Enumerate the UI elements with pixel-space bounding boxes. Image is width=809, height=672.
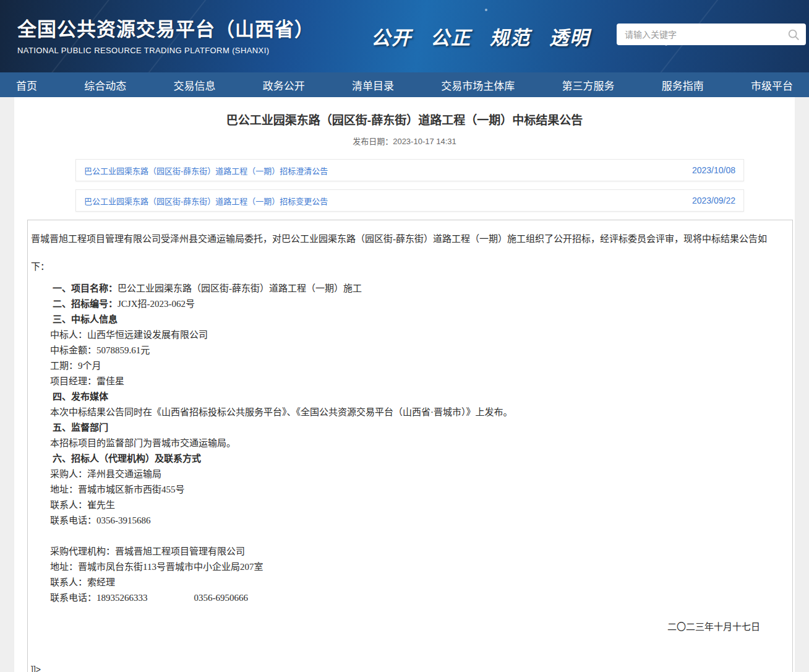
content-line-text: 采购代理机构：晋城晋旭工程项目管理有限公司 [50,546,245,556]
content-line-text: 联系电话：0356-3915686 [50,515,151,525]
content-line: 采购代理机构：晋城晋旭工程项目管理有限公司 [28,544,789,559]
content-line-text: 联系电话：18935266333 0356-6950666 [50,593,248,603]
section-heading: 六、招标人（代理机构）及联系方式 [28,451,789,467]
content-line: 项目经理：雷佳星 [28,374,789,389]
announcement-row[interactable]: 巴公工业园渠东路（园区街-薛东街）道路工程（一期）招标澄清公告2023/10/0… [75,159,744,181]
search-box[interactable] [617,24,806,45]
nav-item-4[interactable]: 清单目录 [352,77,394,93]
content-line-label: 五、监督部门 [53,423,108,433]
content-line-text: 项目经理：雷佳星 [50,376,124,386]
section-heading: 三、中标人信息 [28,312,789,327]
site-title: 全国公共资源交易平台（山西省） [17,14,314,41]
content-line-text: 采购人：泽州县交通运输局 [50,469,161,479]
announcement-link[interactable]: 巴公工业园渠东路（园区街-薛东街）道路工程（一期）招标变更公告 [84,195,328,207]
content-line: 联系电话：0356-3915686 [28,513,789,528]
publish-date: 发布日期：2023-10-17 14:31 [14,135,795,147]
content-line-text: 本次中标结果公告同时在《山西省招标投标公共服务平台》、《全国公共资源交易平台（山… [50,407,513,417]
section-heading: 四、发布媒体 [28,389,789,405]
nav-item-7[interactable]: 服务指南 [662,77,704,93]
content-line: 地址：晋城市凤台东街113号晋城市中小企业局207室 [28,559,789,575]
slogan-word: 公正 [430,22,471,50]
content-line-label: 六、招标人（代理机构）及联系方式 [53,454,201,463]
announcement-date: 2023/09/22 [692,196,735,205]
cdata-trailing-marker: ]]> [28,663,789,672]
section-heading: 二、招标编号：JCJX招-2023-062号 [28,296,789,312]
content-line-text: 地址：晋城市城区新市西街455号 [50,485,185,494]
announcement-row[interactable]: 巴公工业园渠东路（园区街-薛东街）道路工程（一期）招标变更公告2023/09/2… [75,189,744,212]
intro-paragraph: 晋城晋旭工程项目管理有限公司受泽州县交通运输局委托，对巴公工业园渠东路（园区街-… [28,225,789,281]
content-line: 工期：9个月 [28,358,789,374]
content-line: 联系电话：18935266333 0356-6950666 [28,590,789,606]
content-line-label: 一、项目名称： [53,283,118,293]
announcement-body: 晋城晋旭工程项目管理有限公司受泽州县交通运输局委托，对巴公工业园渠东路（园区街-… [27,220,793,672]
content-line-text: 中标金额：5078859.61元 [50,345,150,355]
content-line: 联系人：崔先生 [28,498,789,513]
section-heading: 五、监督部门 [28,420,789,436]
content-line-label: 三、中标人信息 [53,314,118,324]
content-line-text: 联系人：索经理 [50,577,115,587]
slogan-word: 公开 [371,22,412,50]
content-line-text: JCJX招-2023-062号 [118,299,195,309]
announcement-list: 巴公工业园渠东路（园区街-薛东街）道路工程（一期）招标澄清公告2023/10/0… [75,159,744,212]
slogan-word: 规范 [490,22,531,50]
nav-item-1[interactable]: 综合动态 [84,77,126,93]
nav-item-2[interactable]: 交易信息 [174,77,216,93]
main-nav: 首页综合动态交易信息政务公开清单目录交易市场主体库第三方服务服务指南市级平台 [0,72,809,97]
nav-item-6[interactable]: 第三方服务 [562,77,615,93]
content-lines: 一、项目名称：巴公工业园渠东路（园区街-薛东街）道路工程（一期）施工二、招标编号… [28,281,789,606]
header-decor-dot [485,9,487,11]
content-line-text: 联系人：崔先生 [50,500,115,510]
site-subtitle: NATIONAL PUBLIC RESOURCE TRADING PLATFOR… [17,46,314,55]
content-line [28,528,789,544]
header-slogan: 公开公正规范透明 [371,22,590,50]
content-line: 本次中标结果公告同时在《山西省招标投标公共服务平台》、《全国公共资源交易平台（山… [28,405,789,420]
nav-item-5[interactable]: 交易市场主体库 [441,77,515,93]
nav-item-0[interactable]: 首页 [16,77,37,93]
site-header: 全国公共资源交易平台（山西省） NATIONAL PUBLIC RESOURCE… [0,0,809,72]
site-logo: 全国公共资源交易平台（山西省） NATIONAL PUBLIC RESOURCE… [17,14,314,55]
search-input[interactable] [617,30,787,40]
nav-item-3[interactable]: 政务公开 [263,77,305,93]
content-line-text: 本招标项目的监督部门为晋城市交通运输局。 [50,438,236,448]
content-line-text: 工期：9个月 [50,361,101,371]
content-line: 中标人：山西华恒远建设发展有限公司 [28,327,789,343]
slogan-word: 透明 [549,22,590,50]
content-line: 地址：晋城市城区新市西街455号 [28,482,789,498]
content-line: 中标金额：5078859.61元 [28,343,789,358]
content-line: 联系人：索经理 [28,575,789,590]
content-line-text: 地址：晋城市凤台东街113号晋城市中小企业局207室 [50,562,263,572]
sign-date: 二〇二三年十月十七日 [28,619,789,635]
search-button[interactable] [787,28,806,41]
content-line-text: 中标人：山西华恒远建设发展有限公司 [50,330,208,340]
content-line-label: 四、发布媒体 [53,392,108,402]
content-line-label: 二、招标编号： [53,299,118,309]
nav-item-8[interactable]: 市级平台 [751,77,793,93]
page-container: 巴公工业园渠东路（园区街-薛东街）道路工程（一期）中标结果公告 发布日期：202… [14,97,795,672]
page-title: 巴公工业园渠东路（园区街-薛东街）道路工程（一期）中标结果公告 [20,111,789,127]
search-icon [787,28,800,41]
content-line: 本招标项目的监督部门为晋城市交通运输局。 [28,436,789,451]
announcement-date: 2023/10/08 [692,165,735,175]
content-line: 采购人：泽州县交通运输局 [28,467,789,482]
content-line-text: 巴公工业园渠东路（园区街-薛东街）道路工程（一期）施工 [118,283,362,293]
section-heading: 一、项目名称：巴公工业园渠东路（园区街-薛东街）道路工程（一期）施工 [28,281,789,296]
announcement-link[interactable]: 巴公工业园渠东路（园区街-薛东街）道路工程（一期）招标澄清公告 [84,165,328,176]
